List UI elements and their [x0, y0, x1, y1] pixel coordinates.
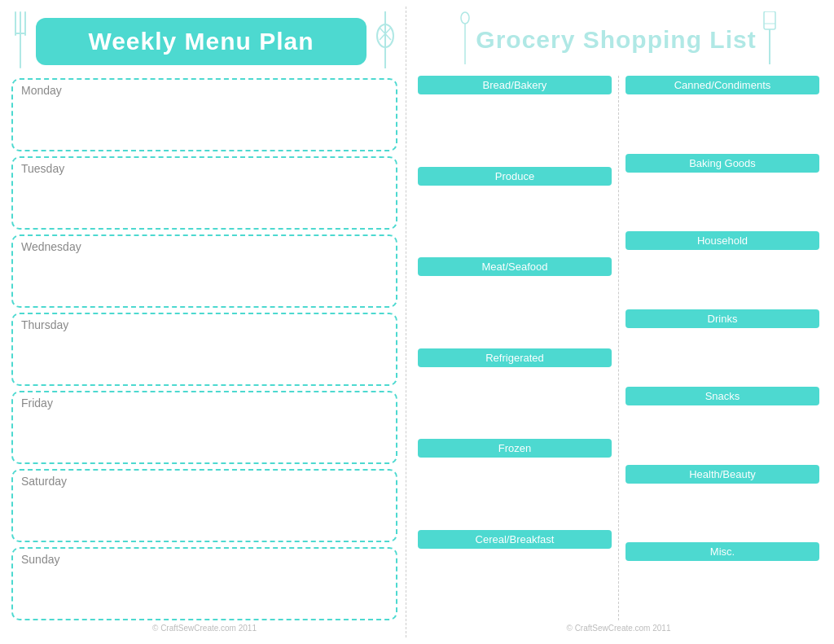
grocery-title: Grocery Shopping List [476, 26, 756, 54]
copyright-right: © CraftSewCreate.com 2011 [415, 620, 823, 633]
fork-icon [11, 11, 29, 72]
grocery-section-label: Bread/Bakery [418, 76, 612, 94]
grocery-section-label: Snacks [626, 387, 819, 405]
day-box: Sunday [11, 547, 397, 620]
left-header: Weekly Menu Plan [11, 11, 397, 72]
grocery-section-label: Drinks [626, 309, 819, 328]
weekly-menu-title-box: Weekly Menu Plan [36, 18, 367, 65]
grocery-section-label: Baking Goods [626, 154, 819, 173]
grocery-section: Baking Goods [626, 154, 819, 232]
grocery-section-label: Household [626, 231, 819, 250]
grocery-section-label: Meat/Seafood [418, 257, 612, 276]
day-label: Monday [21, 84, 388, 97]
spatula-icon [762, 11, 778, 68]
day-label: Thursday [21, 318, 388, 331]
grocery-section-label: Refrigerated [418, 348, 612, 367]
grocery-divider [618, 76, 619, 620]
day-box: Friday [11, 391, 397, 464]
grocery-section-label: Produce [418, 167, 612, 186]
grocery-section: Produce [418, 167, 612, 258]
svg-rect-0 [15, 11, 16, 36]
grocery-col-2: Canned/CondimentsBaking GoodsHouseholdDr… [622, 76, 823, 620]
day-boxes: MondayTuesdayWednesdayThursdayFridaySatu… [11, 78, 397, 620]
svg-rect-12 [764, 11, 775, 29]
grocery-content: Bread/BakeryProduceMeat/SeafoodRefrigera… [415, 76, 823, 620]
grocery-section: Frozen [418, 439, 612, 530]
grocery-lines [418, 189, 612, 258]
grocery-section: Household [626, 231, 819, 309]
grocery-section: Canned/Condiments [626, 76, 819, 154]
grocery-lines [626, 564, 819, 620]
grocery-lines [626, 98, 819, 154]
page: Weekly Menu Plan MondayTuesdayWednesdayT… [0, 0, 834, 644]
day-label: Sunday [21, 553, 388, 566]
grocery-section: Bread/Bakery [418, 76, 612, 167]
grocery-section-label: Misc. [626, 542, 819, 561]
day-box: Thursday [11, 313, 397, 386]
grocery-lines [418, 461, 612, 530]
day-label: Tuesday [21, 162, 388, 175]
grocery-lines [626, 331, 819, 388]
whisk-icon [373, 11, 397, 72]
day-label: Friday [21, 396, 388, 410]
grocery-section-label: Frozen [418, 439, 612, 458]
grocery-section-label: Health/Beauty [626, 465, 819, 484]
day-box: Tuesday [11, 156, 397, 230]
grocery-lines [626, 176, 819, 232]
grocery-section: Refrigerated [418, 348, 612, 440]
grocery-section-label: Cereal/Breakfast [418, 530, 612, 549]
grocery-col-1: Bread/BakeryProduceMeat/SeafoodRefrigera… [415, 76, 615, 620]
svg-rect-2 [24, 11, 26, 36]
grocery-lines [626, 253, 819, 309]
day-label: Saturday [21, 475, 388, 488]
grocery-section: Snacks [626, 387, 819, 465]
right-header: Grocery Shopping List [415, 11, 823, 68]
grocery-section: Misc. [626, 542, 819, 620]
grocery-section: Health/Beauty [626, 465, 819, 543]
svg-rect-1 [20, 11, 21, 36]
day-box: Monday [11, 78, 397, 151]
left-panel: Weekly Menu Plan MondayTuesdayWednesdayT… [7, 7, 406, 637]
grocery-section-label: Canned/Condiments [626, 76, 819, 94]
grocery-section: Meat/Seafood [418, 257, 612, 348]
grocery-lines [418, 279, 612, 348]
weekly-menu-title: Weekly Menu Plan [88, 28, 314, 55]
day-box: Wednesday [11, 234, 397, 308]
grocery-lines [418, 370, 612, 440]
grocery-section: Drinks [626, 309, 819, 388]
svg-rect-4 [20, 33, 21, 68]
right-panel: Grocery Shopping List Bread/BakeryProduc… [406, 7, 827, 637]
svg-point-10 [461, 12, 469, 24]
grocery-lines [626, 487, 819, 543]
spoon-icon [459, 11, 471, 68]
grocery-section: Cereal/Breakfast [418, 530, 612, 621]
copyright-left: © CraftSewCreate.com 2011 [11, 620, 397, 633]
grocery-lines [418, 552, 612, 621]
day-label: Wednesday [21, 240, 388, 253]
day-box: Saturday [11, 469, 397, 542]
grocery-lines [626, 409, 819, 465]
grocery-lines [418, 98, 612, 167]
